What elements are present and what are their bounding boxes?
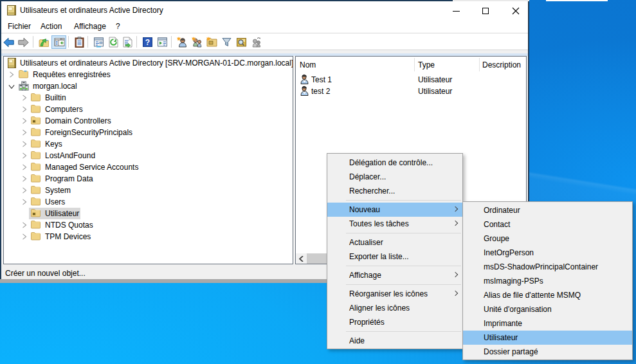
svg-text:?: ? [145, 38, 150, 47]
